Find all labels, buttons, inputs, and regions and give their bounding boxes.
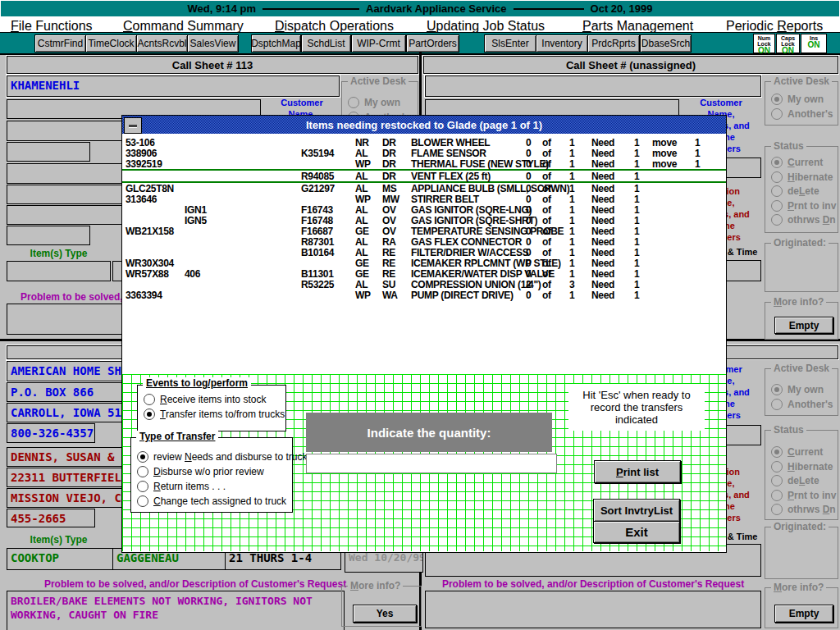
dialog-titlebar[interactable]: Items needing restocked to Glade (page 1… <box>122 116 726 134</box>
table-row[interactable]: B10164ALREFILTER/DRIER W/ACCESS0of1Need1 <box>122 247 726 258</box>
location-code: WA <box>382 290 411 301</box>
radio-circle[interactable] <box>771 504 783 515</box>
table-row[interactable]: 313646WPMWSTIRRER BELT0of1Need1 <box>122 194 726 204</box>
radio-my-own[interactable]: My own <box>771 384 824 395</box>
quantity-input[interactable] <box>306 454 557 473</box>
radio-label: Prnt to inv <box>788 200 836 212</box>
radio-review-needs-and-disburse-to-truck[interactable]: review Needs and disburse to truck <box>137 451 307 463</box>
table-row[interactable]: R53225ALSUCOMPRESSION UNION (1/4")2of3Ne… <box>122 279 726 290</box>
table-row[interactable]: 338906K35194ALDRFLAME SENSOR0of1Need1mov… <box>122 148 726 158</box>
radio-my-own[interactable]: My own <box>771 94 824 105</box>
table-row[interactable]: WR57X88406B11301GEREICEMAKER/WATER DISP … <box>122 268 726 279</box>
more-info-empty-button[interactable]: Empty <box>774 605 833 623</box>
radio-current[interactable]: Current <box>771 446 823 458</box>
customer-name-field[interactable] <box>425 75 761 97</box>
radio-another-s[interactable]: Another's <box>771 108 833 120</box>
toolbar-button-acntsrcvbl[interactable]: AcntsRcvbl <box>136 34 188 52</box>
radio-prnt-to-inv[interactable]: Prnt to inv <box>771 490 836 501</box>
menu-parts-management[interactable]: Parts Management <box>582 19 693 34</box>
radio-circle[interactable] <box>771 171 783 183</box>
toolbar-button-slsenter[interactable]: SlsEnter <box>484 34 536 52</box>
toolbar-button-cstmrfind[interactable]: CstmrFind <box>34 34 86 52</box>
radio-circle[interactable] <box>771 200 783 212</box>
table-row[interactable]: 53-106NRDRBLOWER WHEEL0of1Need1move1 <box>122 137 726 148</box>
table-row[interactable]: WB21X158F16687GEOVTEMPERATURE SENSING PR… <box>122 226 726 236</box>
radio-circle[interactable] <box>771 461 783 472</box>
table-row[interactable]: IGN1F16743ALOVGAS IGNITOR (SQRE-LNG)0of1… <box>122 204 726 215</box>
radio-delete[interactable]: deLete <box>771 475 819 486</box>
more-info-yes-button[interactable]: Yes <box>353 605 417 623</box>
toolbar-button-inventory[interactable]: Inventory <box>536 34 588 52</box>
radio-othrws-dn[interactable]: othrws Dn <box>771 214 836 226</box>
table-row[interactable]: R94085ALDRVENT FLEX (25 ft)0of1Need1 <box>122 169 726 183</box>
print-list-button[interactable]: Print list <box>594 460 681 483</box>
item-type-field[interactable]: COOKTOP <box>7 548 114 570</box>
radio-prnt-to-inv[interactable]: Prnt to inv <box>771 200 836 212</box>
table-row[interactable]: 3392519WPDRTHERMAL FUSE (NEW STYLE)0of1N… <box>122 158 726 169</box>
radio-circle[interactable] <box>771 399 783 410</box>
menu-dispatch-operations[interactable]: Dispatch Operations <box>275 19 394 34</box>
exit-button[interactable]: Exit <box>593 521 680 543</box>
radio-circle[interactable] <box>137 481 148 492</box>
radio-circle[interactable] <box>771 490 783 501</box>
radio-disburse-w-o-prior-review[interactable]: Disburse w/o prior review <box>137 466 264 477</box>
radio-another-s[interactable]: Another's <box>771 399 833 410</box>
sort-inventory-button[interactable]: Sort InvtryList <box>593 499 680 522</box>
problem-field[interactable]: BROILER/BAKE ELEMENTS NOT WORKING, IGNIT… <box>7 591 345 630</box>
radio-current[interactable]: Current <box>771 157 823 168</box>
radio-hibernate[interactable]: Hibernate <box>771 461 833 472</box>
part-number-alt: IGN5 <box>185 215 301 226</box>
radio-circle[interactable] <box>137 495 148 507</box>
radio-circle[interactable] <box>771 446 783 458</box>
radio-circle[interactable] <box>144 409 155 420</box>
customer-name-field[interactable]: KHAMENEHLI <box>7 75 340 97</box>
menu-periodic-reports[interactable]: Periodic Reports <box>726 19 823 34</box>
item-type-field[interactable] <box>7 261 111 281</box>
radio-my-own[interactable]: My own <box>348 97 400 108</box>
radio-label: Current <box>788 157 823 168</box>
toolbar-button-salesview[interactable]: SalesView <box>187 34 239 52</box>
radio-circle[interactable] <box>348 97 359 108</box>
toolbar-button-wip-crmt[interactable]: WIP-Crmt <box>351 34 406 52</box>
toolbar-button-dbasesrch[interactable]: DbaseSrch <box>640 34 692 52</box>
toolbar-button-dsptchmap[interactable]: DsptchMap <box>251 34 301 52</box>
radio-circle[interactable] <box>144 394 155 405</box>
radio-circle[interactable] <box>137 451 148 463</box>
radio-change-tech-assigned-to-truck[interactable]: Change tech assigned to truck <box>137 495 286 507</box>
radio-receive-items-into-stock[interactable]: Receive items into stock <box>144 394 266 405</box>
more-info-empty-button[interactable]: Empty <box>774 317 833 334</box>
problem-field[interactable] <box>425 591 761 628</box>
radio-transfer-items-to-from-trucks[interactable]: Transfer items to/from trucks <box>144 409 285 420</box>
menu-file-functions[interactable]: File Functions <box>11 19 93 34</box>
radio-circle[interactable] <box>771 214 783 226</box>
radio-circle[interactable] <box>771 185 783 197</box>
radio-othrws-dn[interactable]: othrws Dn <box>771 504 836 515</box>
phone-field[interactable]: 800-326-4357 <box>7 423 95 443</box>
menu-updating-job-status[interactable]: Updating Job Status <box>427 19 545 34</box>
radio-circle[interactable] <box>771 108 783 120</box>
toolbar-button-partorders[interactable]: PartOrders <box>406 34 459 52</box>
radio-circle[interactable] <box>771 94 783 105</box>
menu-command-summary[interactable]: Command Summary <box>123 19 244 34</box>
toolbar-button-timeclock[interactable]: TimeClock <box>85 34 137 52</box>
table-row[interactable]: WR30X304GEREICEMAKER RPLCMNT (WP STLE)0o… <box>122 258 726 268</box>
minimize-icon[interactable] <box>124 117 142 134</box>
location-phone-field[interactable]: 455-2665 <box>7 509 95 527</box>
radio-circle[interactable] <box>771 384 783 395</box>
word-move <box>652 226 695 237</box>
radio-circle[interactable] <box>137 466 148 477</box>
toolbar-button-prdcrprts[interactable]: PrdcRprts <box>587 34 640 52</box>
phone-field[interactable] <box>7 142 90 162</box>
part-number <box>126 236 185 248</box>
location-phone-field[interactable] <box>7 226 90 245</box>
radio-hibernate[interactable]: Hibernate <box>771 171 833 183</box>
table-row[interactable]: R87301ALRAGAS FLEX CONNECTOR0of1Need1 <box>122 236 726 247</box>
radio-circle[interactable] <box>771 475 783 486</box>
radio-circle[interactable] <box>771 157 783 168</box>
toolbar-button-schdlist[interactable]: SchdList <box>301 34 351 52</box>
radio-return-items-[interactable]: Return items . . . <box>137 481 226 492</box>
table-row[interactable]: 3363394WPWAPUMP (DIRECT DRIVE)0of1Need1 <box>122 290 726 300</box>
table-row[interactable]: IGN5F16748ALOVGAS IGNITOR (SQRE-SHRT)0of… <box>122 215 726 226</box>
radio-delete[interactable]: deLete <box>771 185 819 197</box>
table-row[interactable]: GLC25T8NG21297ALMSAPPLIANCE BULB (SMLL, … <box>122 183 726 194</box>
